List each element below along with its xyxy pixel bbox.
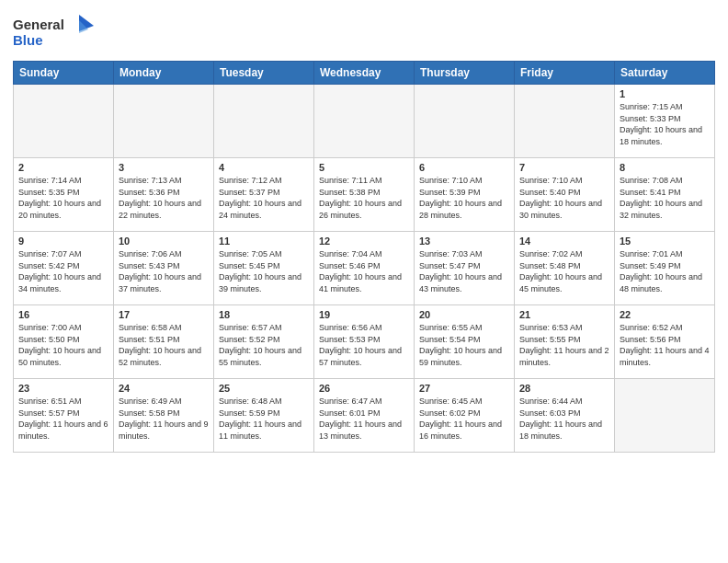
- day-info: Sunrise: 7:00 AM Sunset: 5:50 PM Dayligh…: [18, 322, 108, 368]
- day-info: Sunrise: 7:12 AM Sunset: 5:37 PM Dayligh…: [219, 175, 309, 221]
- day-number: 2: [18, 162, 108, 173]
- day-info: Sunrise: 6:57 AM Sunset: 5:52 PM Dayligh…: [219, 322, 309, 368]
- week-row-1: 2Sunrise: 7:14 AM Sunset: 5:35 PM Daylig…: [14, 158, 715, 232]
- calendar-cell: 24Sunrise: 6:49 AM Sunset: 5:58 PM Dayli…: [114, 379, 214, 453]
- day-number: 1: [620, 88, 710, 99]
- day-number: 14: [519, 236, 609, 247]
- day-number: 11: [219, 236, 309, 247]
- day-info: Sunrise: 7:05 AM Sunset: 5:45 PM Dayligh…: [219, 248, 309, 294]
- day-number: 8: [620, 162, 710, 173]
- calendar-cell: 2Sunrise: 7:14 AM Sunset: 5:35 PM Daylig…: [14, 158, 114, 232]
- day-number: 15: [620, 236, 710, 247]
- day-info: Sunrise: 7:08 AM Sunset: 5:41 PM Dayligh…: [620, 175, 710, 221]
- day-info: Sunrise: 7:04 AM Sunset: 5:46 PM Dayligh…: [319, 248, 409, 294]
- svg-text:General: General: [13, 17, 64, 32]
- day-info: Sunrise: 7:06 AM Sunset: 5:43 PM Dayligh…: [119, 248, 209, 294]
- calendar-cell: 22Sunrise: 6:52 AM Sunset: 5:56 PM Dayli…: [615, 305, 715, 379]
- logo-text: General Blue: [13, 13, 96, 55]
- day-info: Sunrise: 7:13 AM Sunset: 5:36 PM Dayligh…: [119, 175, 209, 221]
- calendar-cell: 20Sunrise: 6:55 AM Sunset: 5:54 PM Dayli…: [415, 305, 515, 379]
- calendar-cell: [415, 85, 515, 158]
- day-number: 26: [319, 383, 409, 394]
- day-info: Sunrise: 7:01 AM Sunset: 5:49 PM Dayligh…: [620, 248, 710, 294]
- week-row-0: 1Sunrise: 7:15 AM Sunset: 5:33 PM Daylig…: [14, 85, 715, 158]
- weekday-header-sunday: Sunday: [14, 62, 114, 85]
- calendar-cell: 16Sunrise: 7:00 AM Sunset: 5:50 PM Dayli…: [14, 305, 114, 379]
- day-number: 16: [18, 309, 108, 320]
- day-number: 20: [419, 309, 509, 320]
- day-number: 5: [319, 162, 409, 173]
- calendar-cell: 23Sunrise: 6:51 AM Sunset: 5:57 PM Dayli…: [14, 379, 114, 453]
- logo-svg: General Blue: [13, 13, 96, 52]
- day-number: 7: [519, 162, 609, 173]
- day-number: 21: [519, 309, 609, 320]
- day-info: Sunrise: 7:10 AM Sunset: 5:39 PM Dayligh…: [419, 175, 509, 221]
- calendar-cell: 5Sunrise: 7:11 AM Sunset: 5:38 PM Daylig…: [314, 158, 415, 232]
- day-info: Sunrise: 6:45 AM Sunset: 6:02 PM Dayligh…: [419, 396, 509, 442]
- day-number: 24: [119, 383, 209, 394]
- calendar-cell: 1Sunrise: 7:15 AM Sunset: 5:33 PM Daylig…: [615, 85, 715, 158]
- day-info: Sunrise: 6:51 AM Sunset: 5:57 PM Dayligh…: [18, 396, 108, 442]
- day-info: Sunrise: 7:03 AM Sunset: 5:47 PM Dayligh…: [419, 248, 509, 294]
- weekday-header-friday: Friday: [515, 62, 615, 85]
- day-number: 25: [219, 383, 309, 394]
- calendar-cell: 28Sunrise: 6:44 AM Sunset: 6:03 PM Dayli…: [515, 379, 615, 453]
- day-info: Sunrise: 7:07 AM Sunset: 5:42 PM Dayligh…: [18, 248, 108, 294]
- calendar-cell: 11Sunrise: 7:05 AM Sunset: 5:45 PM Dayli…: [214, 232, 314, 305]
- calendar-cell: 7Sunrise: 7:10 AM Sunset: 5:40 PM Daylig…: [515, 158, 615, 232]
- header: General Blue: [13, 9, 715, 55]
- day-number: 3: [119, 162, 209, 173]
- calendar-cell: 15Sunrise: 7:01 AM Sunset: 5:49 PM Dayli…: [615, 232, 715, 305]
- day-number: 10: [119, 236, 209, 247]
- day-number: 22: [620, 309, 710, 320]
- day-info: Sunrise: 6:58 AM Sunset: 5:51 PM Dayligh…: [119, 322, 209, 368]
- day-info: Sunrise: 6:48 AM Sunset: 5:59 PM Dayligh…: [219, 396, 309, 442]
- calendar-cell: 6Sunrise: 7:10 AM Sunset: 5:39 PM Daylig…: [415, 158, 515, 232]
- calendar-cell: [114, 85, 214, 158]
- calendar-cell: 13Sunrise: 7:03 AM Sunset: 5:47 PM Dayli…: [415, 232, 515, 305]
- day-info: Sunrise: 6:52 AM Sunset: 5:56 PM Dayligh…: [620, 322, 710, 368]
- day-number: 17: [119, 309, 209, 320]
- week-row-4: 23Sunrise: 6:51 AM Sunset: 5:57 PM Dayli…: [14, 379, 715, 453]
- calendar-cell: 19Sunrise: 6:56 AM Sunset: 5:53 PM Dayli…: [314, 305, 415, 379]
- day-info: Sunrise: 7:11 AM Sunset: 5:38 PM Dayligh…: [319, 175, 409, 221]
- day-info: Sunrise: 6:44 AM Sunset: 6:03 PM Dayligh…: [519, 396, 609, 442]
- calendar-cell: [515, 85, 615, 158]
- calendar-table: SundayMondayTuesdayWednesdayThursdayFrid…: [13, 61, 715, 453]
- calendar-cell: [214, 85, 314, 158]
- calendar-cell: 8Sunrise: 7:08 AM Sunset: 5:41 PM Daylig…: [615, 158, 715, 232]
- calendar-cell: 26Sunrise: 6:47 AM Sunset: 6:01 PM Dayli…: [314, 379, 415, 453]
- week-row-2: 9Sunrise: 7:07 AM Sunset: 5:42 PM Daylig…: [14, 232, 715, 305]
- day-info: Sunrise: 6:49 AM Sunset: 5:58 PM Dayligh…: [119, 396, 209, 442]
- day-number: 4: [219, 162, 309, 173]
- svg-text:Blue: Blue: [13, 32, 43, 48]
- calendar-cell: 10Sunrise: 7:06 AM Sunset: 5:43 PM Dayli…: [114, 232, 214, 305]
- weekday-header-row: SundayMondayTuesdayWednesdayThursdayFrid…: [14, 62, 715, 85]
- day-number: 9: [18, 236, 108, 247]
- day-number: 12: [319, 236, 409, 247]
- day-info: Sunrise: 6:47 AM Sunset: 6:01 PM Dayligh…: [319, 396, 409, 442]
- calendar-cell: 25Sunrise: 6:48 AM Sunset: 5:59 PM Dayli…: [214, 379, 314, 453]
- weekday-header-saturday: Saturday: [615, 62, 715, 85]
- calendar-cell: 14Sunrise: 7:02 AM Sunset: 5:48 PM Dayli…: [515, 232, 615, 305]
- weekday-header-thursday: Thursday: [415, 62, 515, 85]
- day-info: Sunrise: 7:15 AM Sunset: 5:33 PM Dayligh…: [620, 101, 710, 147]
- day-number: 18: [219, 309, 309, 320]
- day-info: Sunrise: 7:14 AM Sunset: 5:35 PM Dayligh…: [18, 175, 108, 221]
- calendar-cell: 12Sunrise: 7:04 AM Sunset: 5:46 PM Dayli…: [314, 232, 415, 305]
- day-number: 28: [519, 383, 609, 394]
- day-number: 23: [18, 383, 108, 394]
- weekday-header-monday: Monday: [114, 62, 214, 85]
- week-row-3: 16Sunrise: 7:00 AM Sunset: 5:50 PM Dayli…: [14, 305, 715, 379]
- calendar-cell: 21Sunrise: 6:53 AM Sunset: 5:55 PM Dayli…: [515, 305, 615, 379]
- calendar-cell: 3Sunrise: 7:13 AM Sunset: 5:36 PM Daylig…: [114, 158, 214, 232]
- page: General Blue SundayMondayTuesdayWednesda…: [0, 0, 728, 465]
- day-info: Sunrise: 6:53 AM Sunset: 5:55 PM Dayligh…: [519, 322, 609, 368]
- weekday-header-wednesday: Wednesday: [314, 62, 415, 85]
- calendar-cell: 9Sunrise: 7:07 AM Sunset: 5:42 PM Daylig…: [14, 232, 114, 305]
- day-number: 13: [419, 236, 509, 247]
- weekday-header-tuesday: Tuesday: [214, 62, 314, 85]
- calendar-cell: 17Sunrise: 6:58 AM Sunset: 5:51 PM Dayli…: [114, 305, 214, 379]
- calendar-cell: 27Sunrise: 6:45 AM Sunset: 6:02 PM Dayli…: [415, 379, 515, 453]
- calendar-cell: 18Sunrise: 6:57 AM Sunset: 5:52 PM Dayli…: [214, 305, 314, 379]
